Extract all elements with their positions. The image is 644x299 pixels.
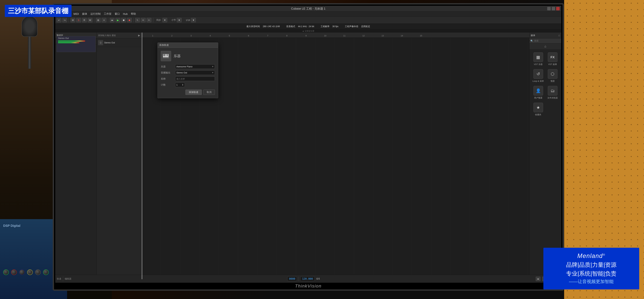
instrument-field-label: 乐器 <box>161 65 174 68</box>
compensation-label: 工程声像补偿 启用延迟 <box>345 25 370 28</box>
add-track-button[interactable]: 添加轨道 <box>186 90 202 95</box>
ruler-mark-13: 13 <box>373 34 392 37</box>
metronome-button[interactable]: M <box>70 18 75 22</box>
name-input[interactable] <box>175 76 215 81</box>
maximize-button[interactable] <box>552 7 555 10</box>
play-button[interactable]: ▶ <box>116 18 120 22</box>
loop-sampler-label: Loop & 采样 <box>532 80 544 82</box>
dialog-title: 添加轨道 <box>159 44 169 47</box>
menu-midi[interactable]: MIDI <box>74 12 79 16</box>
microphone-head <box>22 16 38 37</box>
time-sig-display: 4/4 <box>316 278 320 280</box>
rewind-bottom[interactable]: ⏮ <box>536 277 540 281</box>
knob-1[interactable] <box>3 270 9 275</box>
media-bay-header: 媒体 ⌂ <box>530 32 561 38</box>
vst-instruments-item[interactable]: ▦ VST 乐器 <box>531 51 545 68</box>
ruler-mark-14: 14 <box>392 34 412 37</box>
user-preset-item[interactable]: 👤 用户预置 <box>531 84 545 101</box>
menu-media[interactable]: 媒体 <box>82 12 87 16</box>
vst-effects-icon: FX <box>548 52 558 62</box>
user-preset-label: 用户预置 <box>534 96 542 99</box>
knob-6[interactable] <box>43 270 49 275</box>
toolbar-sep-5 <box>153 18 153 22</box>
eraser-tool[interactable]: ✂ <box>146 18 152 22</box>
home-nav[interactable]: ⌂ <box>530 44 561 49</box>
close-button[interactable] <box>556 7 560 10</box>
menu-window[interactable]: 窗口 <box>115 12 120 16</box>
track-form: 乐器 Awesome Piano ▼ 音频输出 Stereo Out ▼ <box>161 64 215 87</box>
status-bar: 最大录音时间 280 小时 43 分钟 音质格式 44.1 kHz · 24 b… <box>55 24 561 30</box>
fps-label: 工程帧率 30 fps <box>320 25 338 28</box>
audio-output-dropdown[interactable]: Stereo Out ▼ <box>175 70 215 75</box>
redo-button[interactable]: ↪ <box>62 18 67 22</box>
quantize-menu[interactable]: ▼ <box>191 18 196 22</box>
audio-output-row: 音频输出 Stereo Out ▼ <box>161 70 215 75</box>
menu-hub[interactable]: Hub <box>123 12 128 16</box>
search-placeholder[interactable]: 搜索 <box>534 40 538 42</box>
desk-label: DSP Digital <box>3 224 20 228</box>
monitor-brand: ThinkVision <box>295 284 322 288</box>
vst-effects-label: VST 效果 <box>548 63 557 66</box>
count-spinner[interactable]: 1 ⬍ <box>175 82 185 87</box>
toolbar-sep-4 <box>133 18 134 22</box>
sample-format-value: 44.1 kHz · 24 bit <box>298 25 314 28</box>
cancel-button[interactable]: 取消 <box>203 90 215 95</box>
snap-button[interactable]: ⊞ <box>96 18 100 22</box>
ruler-mark-7: 7 <box>258 34 277 37</box>
loop-sampler-item[interactable]: ↺ Loop & 采样 <box>531 68 545 84</box>
sync-toggle[interactable]: ▼ <box>162 18 167 22</box>
bpm-display[interactable]: 120.000 <box>300 276 314 281</box>
ruler-mark-6: 6 <box>239 34 258 37</box>
ruler-mark-5: 5 <box>220 34 239 37</box>
media-bay-icons: ▦ VST 乐器 FX VST 效果 ↺ Loop & 采样 ⬡ 预置 <box>530 49 561 119</box>
pencil-tool[interactable]: ✏ <box>141 18 146 22</box>
media-bay-home-icon[interactable]: ⌂ <box>558 34 560 37</box>
tagline1: 品牌|品质|力量|资源 <box>550 261 633 269</box>
cursor-tool[interactable]: ↖ <box>135 18 140 22</box>
microphone-stand <box>10 16 50 96</box>
instrument-dropdown[interactable]: Awesome Piano ▼ <box>175 64 215 69</box>
window-controls <box>547 7 560 10</box>
ruler-mark-15: 15 <box>412 34 430 37</box>
dialog-body: 乐器 乐器 Awesome Piano ▼ 音频输出 <box>158 48 218 98</box>
meter-bar-1 <box>58 40 85 42</box>
rewind-button[interactable]: R <box>82 18 87 22</box>
loop-sampler-icon: ↺ <box>534 69 543 79</box>
quantize-label: 1/16 <box>186 19 190 22</box>
main-layout: 预览区 添加输出 通道 ▶ Stereo Out 添加输入/输出 通 <box>55 32 561 279</box>
record-transport[interactable]: ⏺ <box>127 18 132 22</box>
stop-button[interactable]: ⏹ <box>121 18 126 22</box>
preset-item[interactable]: ⬡ 预置 <box>546 68 560 84</box>
ruler-mark-12: 12 <box>354 34 373 37</box>
preset-label: 预置 <box>550 80 555 82</box>
knob-4[interactable] <box>27 270 33 275</box>
instrument-dropdown-arrow: ▼ <box>212 66 214 68</box>
sync-label: 同步 <box>156 19 161 22</box>
knob-2[interactable] <box>11 270 17 275</box>
record-button[interactable]: S <box>76 18 81 22</box>
grid-button[interactable]: ≡ <box>102 18 106 22</box>
tempo-mode[interactable]: ▼ <box>177 18 182 22</box>
minimize-button[interactable] <box>547 7 551 10</box>
search-icon: 🔍 <box>530 40 533 42</box>
svg-rect-5 <box>168 54 168 57</box>
rewind-transport[interactable]: ⏮ <box>110 18 114 22</box>
playhead <box>142 32 142 279</box>
tagline2: 专业|系统|智能|负责 <box>550 270 633 278</box>
studio-name-banner: 三沙市某部队录音棚 <box>5 5 72 17</box>
favorites-item[interactable]: ★ 收藏夹 <box>531 101 545 118</box>
vst-effects-item[interactable]: FX VST 效果 <box>546 51 560 68</box>
preset-icon: ⬡ <box>548 69 558 79</box>
undo-button[interactable]: ↩ <box>56 18 61 22</box>
knob-3[interactable] <box>19 270 25 275</box>
write-button[interactable]: W <box>88 18 92 22</box>
menu-transport[interactable]: 运行控制 <box>90 12 100 16</box>
stereo-out-label: Stereo Out <box>57 36 96 40</box>
svg-rect-8 <box>167 54 168 56</box>
menu-studio[interactable]: 工作室 <box>104 12 112 16</box>
knob-5[interactable] <box>35 270 41 275</box>
compensation-value: 启用延迟 <box>361 25 370 28</box>
track-list-arrow[interactable]: ▶ <box>138 34 140 37</box>
menu-help[interactable]: 帮助 <box>131 12 136 16</box>
file-browser-item[interactable]: 🗂 文件浏览器 <box>546 84 560 101</box>
